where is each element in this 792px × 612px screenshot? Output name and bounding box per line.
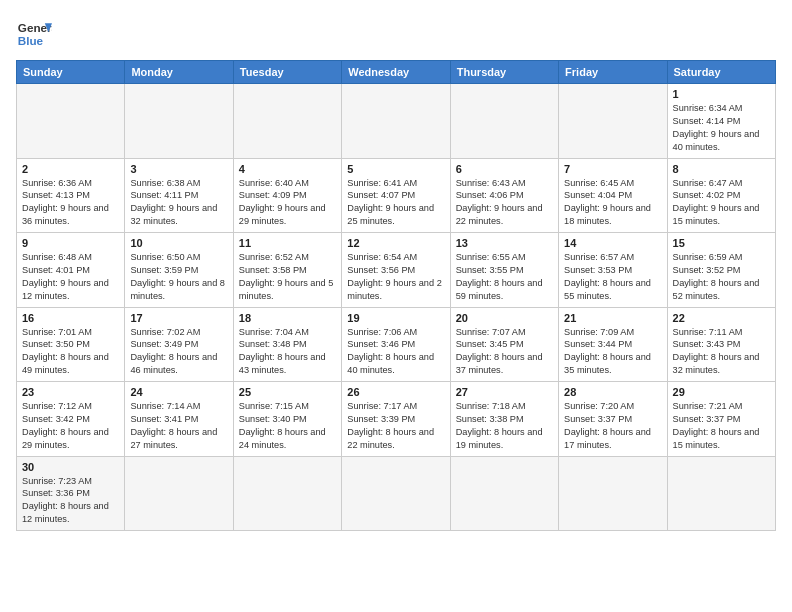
day-info: Sunrise: 6:43 AM Sunset: 4:06 PM Dayligh…: [456, 177, 553, 229]
calendar-cell: 19Sunrise: 7:06 AM Sunset: 3:46 PM Dayli…: [342, 307, 450, 382]
day-number: 7: [564, 163, 661, 175]
calendar-cell: 7Sunrise: 6:45 AM Sunset: 4:04 PM Daylig…: [559, 158, 667, 233]
day-number: 20: [456, 312, 553, 324]
calendar-cell: 16Sunrise: 7:01 AM Sunset: 3:50 PM Dayli…: [17, 307, 125, 382]
calendar-cell: [450, 456, 558, 531]
page: General Blue SundayMondayTuesdayWednesda…: [0, 0, 792, 612]
weekday-header-row: SundayMondayTuesdayWednesdayThursdayFrid…: [17, 61, 776, 84]
weekday-header-saturday: Saturday: [667, 61, 775, 84]
weekday-header-monday: Monday: [125, 61, 233, 84]
day-number: 19: [347, 312, 444, 324]
calendar-cell: 26Sunrise: 7:17 AM Sunset: 3:39 PM Dayli…: [342, 382, 450, 457]
day-info: Sunrise: 7:17 AM Sunset: 3:39 PM Dayligh…: [347, 400, 444, 452]
day-info: Sunrise: 6:55 AM Sunset: 3:55 PM Dayligh…: [456, 251, 553, 303]
calendar-cell: [667, 456, 775, 531]
calendar-cell: 22Sunrise: 7:11 AM Sunset: 3:43 PM Dayli…: [667, 307, 775, 382]
weekday-header-thursday: Thursday: [450, 61, 558, 84]
calendar-cell: [125, 84, 233, 159]
logo: General Blue: [16, 16, 52, 52]
day-number: 25: [239, 386, 336, 398]
calendar-cell: [233, 456, 341, 531]
day-number: 21: [564, 312, 661, 324]
calendar-cell: 4Sunrise: 6:40 AM Sunset: 4:09 PM Daylig…: [233, 158, 341, 233]
calendar-cell: 18Sunrise: 7:04 AM Sunset: 3:48 PM Dayli…: [233, 307, 341, 382]
calendar-cell: 20Sunrise: 7:07 AM Sunset: 3:45 PM Dayli…: [450, 307, 558, 382]
calendar-cell: 10Sunrise: 6:50 AM Sunset: 3:59 PM Dayli…: [125, 233, 233, 308]
day-info: Sunrise: 6:59 AM Sunset: 3:52 PM Dayligh…: [673, 251, 770, 303]
calendar-table: SundayMondayTuesdayWednesdayThursdayFrid…: [16, 60, 776, 531]
day-number: 18: [239, 312, 336, 324]
day-number: 26: [347, 386, 444, 398]
calendar-cell: [342, 84, 450, 159]
day-number: 17: [130, 312, 227, 324]
calendar-cell: 9Sunrise: 6:48 AM Sunset: 4:01 PM Daylig…: [17, 233, 125, 308]
calendar-cell: 21Sunrise: 7:09 AM Sunset: 3:44 PM Dayli…: [559, 307, 667, 382]
day-number: 27: [456, 386, 553, 398]
day-info: Sunrise: 7:18 AM Sunset: 3:38 PM Dayligh…: [456, 400, 553, 452]
calendar-cell: [342, 456, 450, 531]
calendar-week-row: 1Sunrise: 6:34 AM Sunset: 4:14 PM Daylig…: [17, 84, 776, 159]
day-number: 8: [673, 163, 770, 175]
day-info: Sunrise: 6:57 AM Sunset: 3:53 PM Dayligh…: [564, 251, 661, 303]
day-info: Sunrise: 7:11 AM Sunset: 3:43 PM Dayligh…: [673, 326, 770, 378]
day-info: Sunrise: 6:40 AM Sunset: 4:09 PM Dayligh…: [239, 177, 336, 229]
day-info: Sunrise: 7:01 AM Sunset: 3:50 PM Dayligh…: [22, 326, 119, 378]
day-info: Sunrise: 7:02 AM Sunset: 3:49 PM Dayligh…: [130, 326, 227, 378]
day-number: 29: [673, 386, 770, 398]
calendar-week-row: 30Sunrise: 7:23 AM Sunset: 3:36 PM Dayli…: [17, 456, 776, 531]
day-info: Sunrise: 7:07 AM Sunset: 3:45 PM Dayligh…: [456, 326, 553, 378]
calendar-cell: 8Sunrise: 6:47 AM Sunset: 4:02 PM Daylig…: [667, 158, 775, 233]
calendar-week-row: 23Sunrise: 7:12 AM Sunset: 3:42 PM Dayli…: [17, 382, 776, 457]
day-number: 3: [130, 163, 227, 175]
day-number: 30: [22, 461, 119, 473]
day-number: 14: [564, 237, 661, 249]
calendar-cell: 28Sunrise: 7:20 AM Sunset: 3:37 PM Dayli…: [559, 382, 667, 457]
calendar-cell: 17Sunrise: 7:02 AM Sunset: 3:49 PM Dayli…: [125, 307, 233, 382]
day-info: Sunrise: 7:14 AM Sunset: 3:41 PM Dayligh…: [130, 400, 227, 452]
day-number: 10: [130, 237, 227, 249]
calendar-cell: 11Sunrise: 6:52 AM Sunset: 3:58 PM Dayli…: [233, 233, 341, 308]
calendar-cell: 13Sunrise: 6:55 AM Sunset: 3:55 PM Dayli…: [450, 233, 558, 308]
day-info: Sunrise: 6:50 AM Sunset: 3:59 PM Dayligh…: [130, 251, 227, 303]
calendar-cell: 29Sunrise: 7:21 AM Sunset: 3:37 PM Dayli…: [667, 382, 775, 457]
calendar-cell: [17, 84, 125, 159]
day-info: Sunrise: 6:48 AM Sunset: 4:01 PM Dayligh…: [22, 251, 119, 303]
calendar-cell: 3Sunrise: 6:38 AM Sunset: 4:11 PM Daylig…: [125, 158, 233, 233]
calendar-cell: 5Sunrise: 6:41 AM Sunset: 4:07 PM Daylig…: [342, 158, 450, 233]
header: General Blue: [16, 16, 776, 52]
day-info: Sunrise: 6:34 AM Sunset: 4:14 PM Dayligh…: [673, 102, 770, 154]
weekday-header-tuesday: Tuesday: [233, 61, 341, 84]
generalblue-logo-icon: General Blue: [16, 16, 52, 52]
calendar-cell: 6Sunrise: 6:43 AM Sunset: 4:06 PM Daylig…: [450, 158, 558, 233]
day-number: 22: [673, 312, 770, 324]
calendar-cell: 23Sunrise: 7:12 AM Sunset: 3:42 PM Dayli…: [17, 382, 125, 457]
day-info: Sunrise: 7:12 AM Sunset: 3:42 PM Dayligh…: [22, 400, 119, 452]
calendar-cell: 24Sunrise: 7:14 AM Sunset: 3:41 PM Dayli…: [125, 382, 233, 457]
calendar-cell: 2Sunrise: 6:36 AM Sunset: 4:13 PM Daylig…: [17, 158, 125, 233]
day-number: 1: [673, 88, 770, 100]
day-info: Sunrise: 7:06 AM Sunset: 3:46 PM Dayligh…: [347, 326, 444, 378]
day-info: Sunrise: 6:52 AM Sunset: 3:58 PM Dayligh…: [239, 251, 336, 303]
day-info: Sunrise: 6:36 AM Sunset: 4:13 PM Dayligh…: [22, 177, 119, 229]
day-number: 16: [22, 312, 119, 324]
calendar-cell: [450, 84, 558, 159]
calendar-cell: 15Sunrise: 6:59 AM Sunset: 3:52 PM Dayli…: [667, 233, 775, 308]
day-info: Sunrise: 6:47 AM Sunset: 4:02 PM Dayligh…: [673, 177, 770, 229]
day-number: 11: [239, 237, 336, 249]
day-number: 28: [564, 386, 661, 398]
calendar-cell: 1Sunrise: 6:34 AM Sunset: 4:14 PM Daylig…: [667, 84, 775, 159]
day-number: 23: [22, 386, 119, 398]
day-info: Sunrise: 7:09 AM Sunset: 3:44 PM Dayligh…: [564, 326, 661, 378]
day-info: Sunrise: 6:45 AM Sunset: 4:04 PM Dayligh…: [564, 177, 661, 229]
calendar-week-row: 16Sunrise: 7:01 AM Sunset: 3:50 PM Dayli…: [17, 307, 776, 382]
weekday-header-sunday: Sunday: [17, 61, 125, 84]
day-number: 2: [22, 163, 119, 175]
calendar-cell: 12Sunrise: 6:54 AM Sunset: 3:56 PM Dayli…: [342, 233, 450, 308]
day-info: Sunrise: 7:21 AM Sunset: 3:37 PM Dayligh…: [673, 400, 770, 452]
calendar-cell: [125, 456, 233, 531]
calendar-cell: 25Sunrise: 7:15 AM Sunset: 3:40 PM Dayli…: [233, 382, 341, 457]
weekday-header-friday: Friday: [559, 61, 667, 84]
day-number: 12: [347, 237, 444, 249]
day-info: Sunrise: 6:54 AM Sunset: 3:56 PM Dayligh…: [347, 251, 444, 303]
calendar-cell: [233, 84, 341, 159]
